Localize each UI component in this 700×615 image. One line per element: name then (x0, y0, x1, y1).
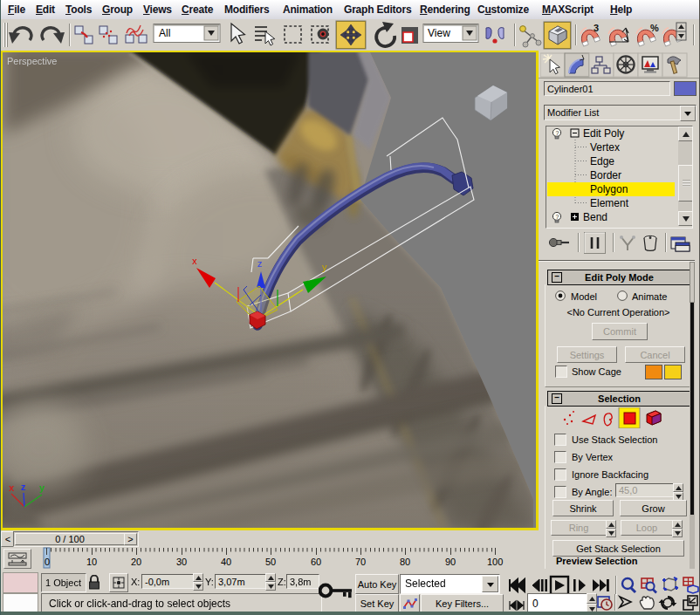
svg-text:z: z (257, 258, 263, 269)
svg-text:40: 40 (221, 557, 231, 567)
svg-text:100: 100 (487, 557, 503, 567)
svg-text:80: 80 (400, 557, 410, 567)
svg-text:Vertex: Vertex (590, 141, 620, 154)
svg-text:Element: Element (590, 197, 629, 209)
svg-text:30: 30 (176, 557, 187, 567)
svg-text:Polygon: Polygon (590, 183, 628, 195)
svg-text:Edit Poly: Edit Poly (583, 127, 624, 140)
svg-text:20: 20 (131, 557, 141, 567)
svg-text:90: 90 (445, 557, 456, 567)
svg-text:0: 0 (45, 557, 50, 567)
svg-text:x: x (9, 482, 15, 493)
svg-text:%: % (650, 23, 659, 33)
svg-text:Edge: Edge (590, 155, 614, 167)
svg-text:View: View (428, 27, 450, 39)
svg-text:?: ? (556, 130, 559, 136)
svg-text:y: y (322, 262, 327, 272)
svg-text:y: y (39, 482, 45, 493)
svg-text:All: All (159, 27, 170, 39)
svg-text:Perspective: Perspective (7, 56, 57, 66)
svg-text:50: 50 (265, 557, 276, 567)
svg-text:z: z (21, 482, 26, 492)
svg-text:10: 10 (86, 557, 97, 567)
svg-text:3: 3 (594, 23, 599, 33)
svg-text:Bend: Bend (583, 211, 607, 223)
svg-text:x: x (192, 256, 197, 266)
svg-text:Border: Border (590, 169, 621, 181)
svg-text:70: 70 (355, 557, 366, 567)
svg-text:60: 60 (311, 557, 321, 567)
